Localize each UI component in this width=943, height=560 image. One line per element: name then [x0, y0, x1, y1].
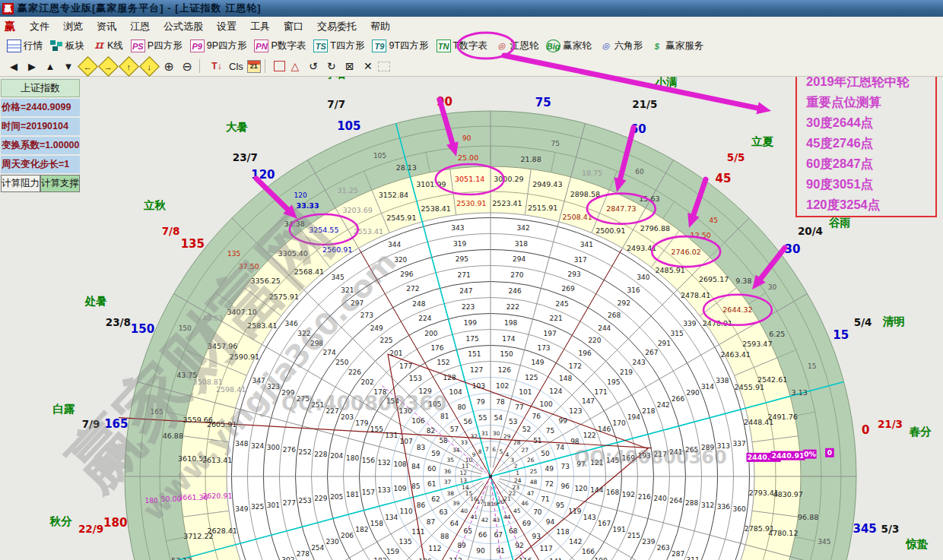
updown-arrows-icon[interactable]: T↓ — [208, 59, 225, 74]
calendar-icon[interactable]: 21 — [247, 60, 261, 73]
svg-text:87: 87 — [427, 518, 435, 526]
menu-file[interactable]: 文件 — [30, 20, 49, 33]
svg-text:30: 30 — [493, 430, 500, 437]
svg-text:244: 244 — [598, 324, 611, 332]
note-line: 30度2644点 — [806, 112, 935, 133]
red-square-icon[interactable] — [274, 61, 285, 71]
down-pin-icon[interactable]: ▼ — [60, 59, 77, 74]
svg-text:159: 159 — [386, 548, 399, 555]
svg-text:76: 76 — [532, 413, 541, 420]
svg-text:174: 174 — [502, 335, 515, 343]
svg-text:125: 125 — [525, 374, 538, 381]
toolbar-winner-wheel[interactable]: Big赢家轮 — [546, 40, 592, 52]
toolbar-quotes[interactable]: 行情 — [7, 40, 43, 52]
svg-text:124: 124 — [549, 388, 562, 395]
menu-window[interactable]: 窗口 — [284, 20, 303, 33]
svg-text:108: 108 — [393, 460, 406, 468]
svg-text:176: 176 — [430, 344, 443, 352]
toolbar-service[interactable]: $赢家服务 — [650, 40, 703, 52]
menu-settings[interactable]: 设置 — [217, 20, 237, 33]
svg-text:58: 58 — [439, 437, 448, 445]
zoom-in-icon[interactable]: ⊕ — [160, 59, 177, 74]
svg-text:223: 223 — [462, 303, 475, 311]
svg-text:7/8: 7/8 — [162, 225, 180, 237]
svg-text:惊蛰: 惊蛰 — [906, 538, 929, 550]
zoom-out-icon[interactable]: ⊖ — [179, 59, 195, 74]
toolbar-hexagon[interactable]: ◎六角形 — [599, 40, 643, 52]
svg-text:172: 172 — [569, 362, 582, 370]
svg-text:339: 339 — [683, 320, 696, 327]
svg-text:96: 96 — [560, 482, 570, 490]
svg-text:269: 269 — [562, 285, 575, 293]
svg-text:2440.91: 2440.91 — [771, 451, 804, 460]
svg-text:158: 158 — [370, 520, 383, 527]
svg-text:318: 318 — [515, 240, 528, 248]
title-bar[interactable]: 赢 赢家江恩专业版[赢家服务平台] - [上证指数 江恩轮] — [0, 0, 943, 17]
svg-text:2491.76: 2491.76 — [767, 413, 797, 421]
toolbar-label: P四方形 — [148, 40, 183, 52]
svg-text:75: 75 — [546, 427, 554, 435]
pan-left-icon[interactable]: ← — [78, 56, 98, 77]
toolbar-kline[interactable]: ⵊⵊK线 — [92, 40, 123, 52]
toolbar-t-table[interactable]: TNT数字表 — [437, 40, 487, 52]
toolbar-t-square[interactable]: TST四方形 — [313, 40, 364, 52]
menu-gann[interactable]: 江恩 — [130, 20, 150, 33]
toolbar-gann-wheel[interactable]: ◎江恩轮 — [495, 40, 539, 52]
svg-text:21.88: 21.88 — [521, 155, 541, 163]
toolbar-p-table[interactable]: PNP数字表 — [254, 40, 306, 52]
menu-browse[interactable]: 浏览 — [63, 20, 83, 33]
menu-formula[interactable]: 公式选股 — [164, 20, 203, 33]
svg-text:206: 206 — [341, 532, 354, 539]
svg-text:2500.91: 2500.91 — [595, 226, 625, 235]
rotate-ccw-icon[interactable]: ↺ — [305, 59, 322, 74]
svg-text:64: 64 — [450, 520, 459, 527]
svg-text:117: 117 — [539, 545, 552, 552]
prev-icon[interactable]: ◀ — [5, 59, 22, 74]
toolbar-sectors[interactable]: 板块 — [50, 40, 84, 52]
svg-text:271: 271 — [458, 271, 471, 279]
pan-down-icon[interactable]: ↓ — [139, 56, 160, 77]
polygon-tool-icon[interactable] — [378, 62, 390, 71]
rotate-cw-icon[interactable]: ↻ — [323, 59, 340, 74]
cls-button[interactable]: Cls — [227, 59, 246, 74]
service-icon: $ — [650, 40, 663, 52]
menu-help[interactable]: 帮助 — [370, 20, 390, 33]
svg-text:55: 55 — [478, 414, 487, 422]
app-logo: 赢 — [2, 3, 14, 14]
svg-text:4780.12: 4780.12 — [768, 529, 798, 537]
svg-text:199: 199 — [464, 319, 477, 327]
calc-resistance-button[interactable]: 计算阻力 — [1, 175, 40, 192]
menu-tools[interactable]: 工具 — [250, 20, 270, 33]
pan-right-icon[interactable]: → — [98, 56, 119, 77]
up-pin-icon[interactable]: ▲ — [42, 59, 59, 74]
svg-text:277: 277 — [283, 499, 296, 507]
svg-text:135: 135 — [181, 237, 205, 251]
menu-trade[interactable]: 交易委托 — [317, 20, 357, 33]
svg-text:31: 31 — [481, 430, 489, 437]
svg-text:47: 47 — [527, 490, 535, 497]
svg-text:50: 50 — [541, 450, 550, 457]
toolbar-label: P数字表 — [271, 40, 306, 52]
calc-support-button[interactable]: 计算支撑 — [40, 175, 80, 192]
toolbar-label: T数字表 — [453, 40, 487, 52]
toolbar-label: 9T四方形 — [389, 40, 428, 52]
svg-text:113: 113 — [449, 557, 462, 560]
cross-arrows-icon[interactable]: ✕ — [360, 59, 376, 74]
toolbar-p-square[interactable]: PSP四方形 — [131, 40, 183, 52]
svg-text:45: 45 — [716, 172, 732, 185]
red-triangle-icon[interactable]: △ — [287, 59, 303, 74]
svg-text:46: 46 — [521, 500, 529, 507]
svg-text:171: 171 — [595, 388, 608, 396]
toolbar-9t-square[interactable]: T99T四方形 — [372, 40, 428, 52]
svg-text:48: 48 — [530, 479, 538, 486]
toolbar-9p-square[interactable]: P99P四方形 — [190, 40, 247, 52]
svg-text:216: 216 — [638, 493, 651, 501]
svg-text:201: 201 — [389, 350, 402, 357]
next-icon[interactable]: ▶ — [24, 59, 40, 74]
svg-text:126: 126 — [498, 366, 511, 374]
pan-up-icon[interactable]: ↑ — [119, 56, 139, 77]
menu-news[interactable]: 资讯 — [97, 20, 116, 33]
toolbar-label: 六角形 — [614, 40, 643, 52]
box-x-icon[interactable]: ⊠ — [341, 59, 358, 74]
svg-text:2542.61: 2542.61 — [757, 375, 787, 384]
